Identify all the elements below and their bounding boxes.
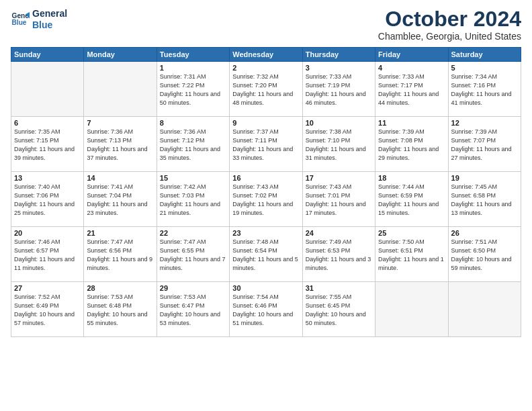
day-number: 18 [378, 174, 445, 182]
day-number: 25 [378, 229, 445, 237]
calendar-cell: 27 Sunrise: 7:52 AM Sunset: 6:49 PM Dayl… [11, 282, 84, 337]
weekday-header-thursday: Thursday [302, 48, 375, 62]
day-info: Sunrise: 7:50 AM Sunset: 6:51 PM Dayligh… [378, 238, 445, 273]
weekday-header-friday: Friday [375, 48, 448, 62]
day-number: 1 [160, 64, 226, 72]
day-number: 5 [451, 64, 518, 72]
header: General Blue General Blue October 2024 C… [11, 8, 521, 42]
weekday-header-row: SundayMondayTuesdayWednesdayThursdayFrid… [11, 48, 521, 62]
calendar-week-row: 1 Sunrise: 7:31 AM Sunset: 7:22 PM Dayli… [11, 62, 521, 117]
day-number: 12 [451, 119, 518, 127]
day-number: 3 [306, 64, 372, 72]
calendar-week-row: 13 Sunrise: 7:40 AM Sunset: 7:06 PM Dayl… [11, 172, 521, 227]
calendar-cell: 3 Sunrise: 7:33 AM Sunset: 7:19 PM Dayli… [302, 62, 375, 117]
calendar-cell: 7 Sunrise: 7:36 AM Sunset: 7:13 PM Dayli… [84, 117, 157, 172]
calendar-cell: 26 Sunrise: 7:51 AM Sunset: 6:50 PM Dayl… [448, 227, 521, 282]
calendar-week-row: 6 Sunrise: 7:35 AM Sunset: 7:15 PM Dayli… [11, 117, 521, 172]
logo: General Blue General Blue [11, 8, 67, 31]
day-number: 23 [232, 229, 299, 237]
calendar-cell [448, 282, 521, 337]
day-number: 19 [451, 174, 518, 182]
day-number: 2 [232, 64, 299, 72]
day-info: Sunrise: 7:53 AM Sunset: 6:48 PM Dayligh… [87, 293, 153, 328]
day-number: 7 [87, 119, 153, 127]
day-info: Sunrise: 7:52 AM Sunset: 6:49 PM Dayligh… [14, 293, 81, 328]
month-title: October 2024 [378, 8, 521, 30]
day-info: Sunrise: 7:32 AM Sunset: 7:20 PM Dayligh… [232, 73, 299, 107]
day-number: 24 [306, 229, 372, 237]
calendar-cell [375, 282, 448, 337]
calendar-cell: 31 Sunrise: 7:55 AM Sunset: 6:45 PM Dayl… [302, 282, 375, 337]
day-info: Sunrise: 7:45 AM Sunset: 6:58 PM Dayligh… [451, 183, 518, 218]
logo-icon: General Blue [11, 10, 30, 29]
day-info: Sunrise: 7:33 AM Sunset: 7:19 PM Dayligh… [306, 73, 372, 107]
day-number: 14 [87, 174, 153, 182]
weekday-header-sunday: Sunday [11, 48, 84, 62]
day-info: Sunrise: 7:53 AM Sunset: 6:47 PM Dayligh… [160, 293, 226, 328]
day-info: Sunrise: 7:47 AM Sunset: 6:56 PM Dayligh… [87, 238, 153, 273]
calendar-cell: 16 Sunrise: 7:43 AM Sunset: 7:02 PM Dayl… [230, 172, 302, 227]
day-info: Sunrise: 7:43 AM Sunset: 7:01 PM Dayligh… [306, 183, 372, 218]
calendar-cell: 12 Sunrise: 7:39 AM Sunset: 7:07 PM Dayl… [448, 117, 521, 172]
day-info: Sunrise: 7:42 AM Sunset: 7:03 PM Dayligh… [160, 183, 226, 218]
calendar-cell: 17 Sunrise: 7:43 AM Sunset: 7:01 PM Dayl… [302, 172, 375, 227]
day-info: Sunrise: 7:43 AM Sunset: 7:02 PM Dayligh… [232, 183, 299, 218]
day-info: Sunrise: 7:54 AM Sunset: 6:46 PM Dayligh… [232, 293, 299, 328]
calendar-cell: 24 Sunrise: 7:49 AM Sunset: 6:53 PM Dayl… [302, 227, 375, 282]
calendar-cell: 23 Sunrise: 7:48 AM Sunset: 6:54 PM Dayl… [230, 227, 302, 282]
day-info: Sunrise: 7:46 AM Sunset: 6:57 PM Dayligh… [14, 238, 81, 273]
calendar-week-row: 20 Sunrise: 7:46 AM Sunset: 6:57 PM Dayl… [11, 227, 521, 282]
day-number: 30 [232, 284, 299, 292]
calendar-cell: 2 Sunrise: 7:32 AM Sunset: 7:20 PM Dayli… [230, 62, 302, 117]
day-info: Sunrise: 7:37 AM Sunset: 7:11 PM Dayligh… [232, 128, 299, 163]
calendar-cell: 15 Sunrise: 7:42 AM Sunset: 7:03 PM Dayl… [157, 172, 229, 227]
day-number: 9 [232, 119, 299, 127]
svg-text:Blue: Blue [12, 19, 27, 26]
calendar-cell: 21 Sunrise: 7:47 AM Sunset: 6:56 PM Dayl… [84, 227, 157, 282]
calendar-cell: 5 Sunrise: 7:34 AM Sunset: 7:16 PM Dayli… [448, 62, 521, 117]
calendar-cell: 18 Sunrise: 7:44 AM Sunset: 6:59 PM Dayl… [375, 172, 448, 227]
day-number: 27 [14, 284, 81, 292]
calendar-cell: 1 Sunrise: 7:31 AM Sunset: 7:22 PM Dayli… [157, 62, 229, 117]
calendar-cell: 22 Sunrise: 7:47 AM Sunset: 6:55 PM Dayl… [157, 227, 229, 282]
calendar-cell: 8 Sunrise: 7:36 AM Sunset: 7:12 PM Dayli… [157, 117, 229, 172]
day-info: Sunrise: 7:39 AM Sunset: 7:07 PM Dayligh… [451, 128, 518, 163]
calendar-cell: 4 Sunrise: 7:33 AM Sunset: 7:17 PM Dayli… [375, 62, 448, 117]
calendar-cell: 14 Sunrise: 7:41 AM Sunset: 7:04 PM Dayl… [84, 172, 157, 227]
calendar-cell: 29 Sunrise: 7:53 AM Sunset: 6:47 PM Dayl… [157, 282, 229, 337]
day-number: 11 [378, 119, 445, 127]
title-area: October 2024 Chamblee, Georgia, United S… [378, 8, 521, 42]
day-number: 13 [14, 174, 81, 182]
day-info: Sunrise: 7:47 AM Sunset: 6:55 PM Dayligh… [160, 238, 226, 273]
day-info: Sunrise: 7:36 AM Sunset: 7:13 PM Dayligh… [87, 128, 153, 163]
calendar-cell: 30 Sunrise: 7:54 AM Sunset: 6:46 PM Dayl… [230, 282, 302, 337]
day-number: 16 [232, 174, 299, 182]
calendar-cell: 28 Sunrise: 7:53 AM Sunset: 6:48 PM Dayl… [84, 282, 157, 337]
day-info: Sunrise: 7:31 AM Sunset: 7:22 PM Dayligh… [160, 73, 226, 107]
day-number: 8 [160, 119, 226, 127]
day-info: Sunrise: 7:41 AM Sunset: 7:04 PM Dayligh… [87, 183, 153, 218]
weekday-header-tuesday: Tuesday [157, 48, 229, 62]
calendar-cell: 13 Sunrise: 7:40 AM Sunset: 7:06 PM Dayl… [11, 172, 84, 227]
calendar-cell: 11 Sunrise: 7:39 AM Sunset: 7:08 PM Dayl… [375, 117, 448, 172]
weekday-header-monday: Monday [84, 48, 157, 62]
day-number: 10 [306, 119, 372, 127]
calendar-cell: 10 Sunrise: 7:38 AM Sunset: 7:10 PM Dayl… [302, 117, 375, 172]
calendar-table: SundayMondayTuesdayWednesdayThursdayFrid… [11, 47, 521, 337]
logo-text-line1: General [32, 8, 67, 19]
day-number: 15 [160, 174, 226, 182]
day-number: 31 [306, 284, 372, 292]
location: Chamblee, Georgia, United States [378, 31, 521, 42]
day-info: Sunrise: 7:39 AM Sunset: 7:08 PM Dayligh… [378, 128, 445, 163]
day-info: Sunrise: 7:36 AM Sunset: 7:12 PM Dayligh… [160, 128, 226, 163]
calendar-cell: 20 Sunrise: 7:46 AM Sunset: 6:57 PM Dayl… [11, 227, 84, 282]
day-number: 22 [160, 229, 226, 237]
day-number: 26 [451, 229, 518, 237]
day-number: 6 [14, 119, 81, 127]
day-info: Sunrise: 7:35 AM Sunset: 7:15 PM Dayligh… [14, 128, 81, 163]
day-number: 17 [306, 174, 372, 182]
day-info: Sunrise: 7:55 AM Sunset: 6:45 PM Dayligh… [306, 293, 372, 328]
weekday-header-wednesday: Wednesday [230, 48, 302, 62]
day-info: Sunrise: 7:49 AM Sunset: 6:53 PM Dayligh… [306, 238, 372, 273]
calendar-cell: 19 Sunrise: 7:45 AM Sunset: 6:58 PM Dayl… [448, 172, 521, 227]
